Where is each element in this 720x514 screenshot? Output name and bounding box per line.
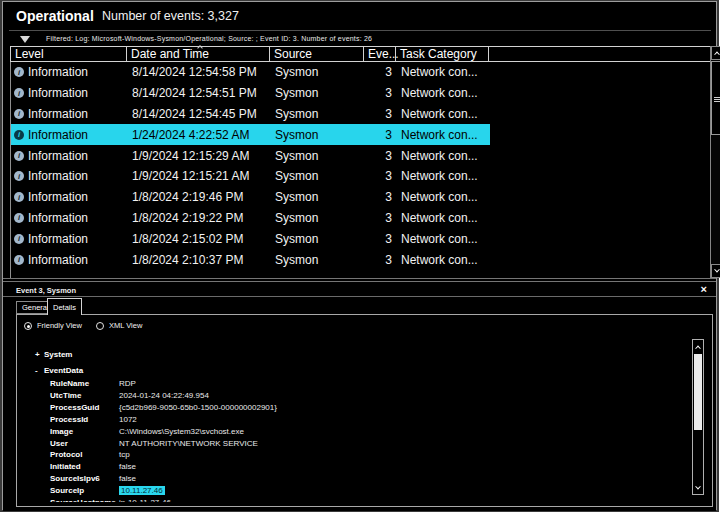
event-row[interactable]: iInformation1/8/2024 2:19:46 PMSysmon3Ne… [11,187,710,208]
tree-toggle-icon[interactable]: + [35,350,44,359]
tree-node-label: EventData [44,366,83,375]
row-filler [490,228,710,249]
event-id-cell: 3 [365,62,397,83]
field-key: Initiated [50,462,81,471]
field-key: ProcessId [50,415,88,424]
information-glyph: i [18,255,20,264]
row-filler [490,249,710,270]
detail-scroll-down-button[interactable] [693,481,703,494]
source-cell: Sysmon [271,83,365,104]
source-cell: Sysmon [271,228,365,249]
column-header-level[interactable]: Level [10,47,127,61]
event-data-tree: +System-EventDataRuleNameRDPUtcTime2024-… [17,348,677,502]
source-cell: Sysmon [271,166,365,187]
information-glyph: i [18,89,20,98]
event-row[interactable]: iInformation1/9/2024 12:15:29 AMSysmon3N… [11,145,710,166]
field-key: SourceIp [50,486,84,495]
event-row[interactable]: iInformation8/14/2024 12:54:45 PMSysmon3… [11,104,710,125]
field-row-sourceip: SourceIp10.11.27.46 [17,486,677,498]
event-row[interactable]: iInformation1/8/2024 2:15:02 PMSysmon3Ne… [11,228,710,249]
tree-toggle-icon[interactable]: - [35,366,44,375]
level-cell: iInformation [11,187,128,208]
event-id-cell: 3 [365,208,397,229]
scrollbar-thumb[interactable] [711,61,720,135]
column-header-event-id[interactable]: Eve... [364,47,396,61]
event-row[interactable]: iInformation8/14/2024 12:54:51 PMSysmon3… [11,83,710,104]
detail-scrollbar[interactable] [692,339,704,495]
row-filler [490,187,710,208]
filter-bar[interactable]: Filtered: Log: Microsoft-Windows-Sysmon/… [9,30,711,46]
level-cell: iInformation [11,145,128,166]
event-row[interactable]: iInformation8/14/2024 12:54:58 PMSysmon3… [11,62,710,83]
close-icon[interactable]: × [701,283,707,295]
level-cell: iInformation [11,62,128,83]
column-header-source[interactable]: Source [270,47,364,61]
xml-view-label[interactable]: XML View [109,321,142,330]
chevron-up-icon [714,52,720,58]
task-category-cell: Network con... [397,104,490,125]
column-header-date[interactable]: Date and Time [127,47,270,61]
event-viewer-window: Operational Number of events: 3,327 Filt… [2,1,717,510]
task-category-cell: Network con... [397,124,490,145]
page-title: Operational [16,8,94,24]
tab-details[interactable]: Details [47,298,82,315]
field-key: Image [50,427,73,436]
field-value: NT AUTHORITY\NETWORK SERVICE [119,439,258,448]
level-label: Information [28,169,88,183]
level-label: Information [28,149,88,163]
field-key: RuleName [50,379,89,388]
friendly-view-label[interactable]: Friendly View [37,321,82,330]
detail-header: Event 3, Sysmon × [3,282,716,297]
tree-node-system[interactable]: +System [35,350,72,359]
level-label: Information [28,86,88,100]
field-row-rulename: RuleNameRDP [17,379,677,391]
source-cell: Sysmon [271,145,365,166]
scroll-up-button[interactable] [711,46,720,60]
field-value: false [119,474,136,483]
level-cell: iInformation [11,166,128,187]
source-cell: Sysmon [271,104,365,125]
field-value[interactable]: 10.11.27.46 [119,486,165,495]
information-glyph: i [18,234,20,243]
task-category-cell: Network con... [397,62,490,83]
level-label: Information [28,107,88,121]
task-category-cell: Network con... [397,166,490,187]
level-label: Information [28,253,88,267]
field-value: {c5d2b969-9050-65b0-1500-000000002901} [119,403,277,412]
detail-title: Event 3, Sysmon [16,286,76,295]
field-row-sourceisipv6: SourceIsIpv6false [17,474,677,486]
chevron-down-icon [714,267,720,273]
event-row[interactable]: iInformation1/9/2024 12:15:21 AMSysmon3N… [11,166,710,187]
information-glyph: i [18,151,20,160]
detail-scrollbar-thumb[interactable] [694,354,702,430]
event-id-cell: 3 [365,145,397,166]
datetime-cell: 1/9/2024 12:15:21 AM [128,166,271,187]
information-icon: i [14,109,24,119]
level-cell: iInformation [11,208,128,229]
level-cell: iInformation [11,249,128,270]
field-value: 1072 [119,415,137,424]
field-row-utctime: UtcTime2024-01-24 04:22:49.954 [17,391,677,403]
field-row-processid: ProcessId1072 [17,415,677,427]
information-glyph: i [18,213,20,222]
row-filler [490,104,710,125]
field-key: UtcTime [50,391,81,400]
source-cell: Sysmon [271,208,365,229]
field-key: SourceIsIpv6 [50,474,100,483]
friendly-view-radio[interactable] [24,322,32,330]
event-row[interactable]: iInformation1/8/2024 2:19:22 PMSysmon3Ne… [11,208,710,229]
event-list-scrollbar[interactable] [710,46,720,278]
row-filler [490,83,710,104]
scroll-down-button[interactable] [711,264,720,278]
field-row-user: UserNT AUTHORITY\NETWORK SERVICE [17,439,677,451]
source-cell: Sysmon [271,62,365,83]
tree-node-eventdata[interactable]: -EventData [35,366,83,375]
information-glyph: i [18,68,20,77]
source-cell: Sysmon [271,249,365,270]
column-header-task-category[interactable]: Task Category [396,47,489,61]
xml-view-radio[interactable] [96,322,104,330]
detail-scroll-up-button[interactable] [693,340,703,353]
event-row[interactable]: iInformation1/8/2024 2:10:37 PMSysmon3Ne… [11,249,710,270]
event-row[interactable]: iInformation1/24/2024 4:22:52 AMSysmon3N… [11,124,710,145]
information-icon: i [14,171,24,181]
